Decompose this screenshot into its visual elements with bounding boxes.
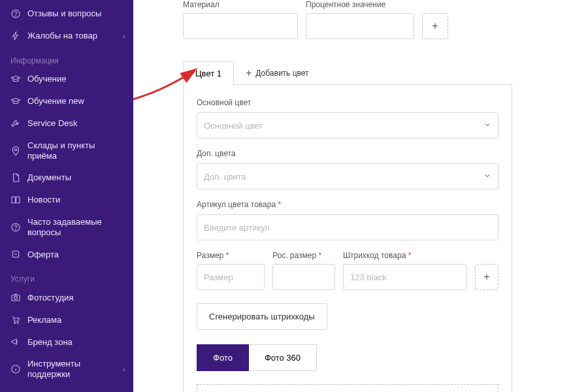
- svg-point-4: [16, 229, 16, 230]
- sidebar-item-label: Новости: [27, 195, 125, 205]
- sidebar-item-photostudio[interactable]: Фотостудия: [0, 286, 133, 308]
- sidebar-item-reviews[interactable]: Отзывы и вопросы: [0, 3, 133, 25]
- sidebar-item-label: Инструменты поддержки: [27, 359, 123, 379]
- tab-photo-360[interactable]: Фото 360: [249, 344, 317, 371]
- material-input[interactable]: [183, 13, 298, 39]
- extra-colors-select[interactable]: Доп. цвета: [197, 163, 498, 189]
- extra-colors-label: Доп. цвета: [197, 149, 498, 158]
- sidebar-item-documents[interactable]: Документы: [0, 167, 133, 189]
- question-circle-icon: [10, 222, 21, 233]
- add-material-button[interactable]: +: [422, 13, 448, 39]
- main-color-select[interactable]: Основной цвет: [197, 112, 498, 139]
- percent-input[interactable]: [306, 13, 414, 39]
- sidebar-item-label: Документы: [27, 172, 125, 183]
- sidebar-item-supplier-sales[interactable]: Продажа со склада поставщика: [0, 385, 133, 392]
- add-color-label: Добавить цвет: [255, 69, 308, 78]
- rus-size-label: Рос. размер *: [272, 251, 335, 260]
- pin-icon: [10, 146, 21, 156]
- svg-point-2: [14, 148, 16, 150]
- offer-icon: [10, 249, 21, 259]
- sidebar-item-label: Часто задаваемые вопросы: [27, 217, 125, 237]
- tab-photo[interactable]: Фото: [197, 344, 249, 371]
- sidebar-item-label: Бренд зона: [27, 337, 125, 348]
- svg-point-1: [16, 16, 16, 16]
- sidebar-item-support-tools[interactable]: Инструменты поддержки ›: [0, 353, 133, 385]
- document-icon: [10, 172, 21, 183]
- sidebar-item-label: Жалобы на товар: [27, 31, 123, 41]
- sidebar-item-training-new[interactable]: Обучение new: [0, 90, 133, 112]
- graduation-icon: [10, 74, 21, 84]
- question-circle-icon: [10, 8, 21, 19]
- add-size-button[interactable]: +: [475, 264, 498, 290]
- chevron-down-icon: [483, 121, 491, 131]
- main-color-placeholder: Основной цвет: [204, 121, 263, 131]
- rus-size-input[interactable]: [272, 264, 335, 290]
- sidebar: Отзывы и вопросы Жалобы на товар › Инфор…: [0, 0, 133, 392]
- svg-point-8: [14, 323, 16, 324]
- material-label: Материал: [183, 0, 298, 9]
- svg-point-9: [17, 323, 18, 324]
- sku-input[interactable]: [197, 214, 498, 240]
- generate-barcodes-button[interactable]: Сгенерировать штрихкоды: [197, 303, 327, 330]
- sidebar-item-service-desk[interactable]: Service Desk: [0, 112, 133, 135]
- chevron-down-icon: [483, 172, 491, 182]
- sidebar-item-warehouses[interactable]: Склады и пункты приёма: [0, 135, 133, 167]
- sidebar-item-faq[interactable]: Часто задаваемые вопросы: [0, 211, 133, 243]
- photo-dropzone[interactable]: + Нажмите или перетяните сюда файл: [197, 384, 498, 392]
- add-color-button[interactable]: + Добавить цвет: [246, 67, 309, 79]
- graduation-icon: [10, 96, 21, 106]
- camera-icon: [10, 292, 21, 302]
- barcode-label: Штрихкод товара *: [343, 251, 467, 260]
- chevron-right-icon: ›: [123, 32, 125, 40]
- sidebar-section-info: Информация: [0, 47, 133, 68]
- sidebar-section-services: Услуги: [0, 265, 133, 286]
- barcode-input[interactable]: [343, 264, 467, 290]
- main-color-label: Основной цвет: [197, 98, 498, 107]
- wrench-icon: [10, 118, 21, 129]
- megaphone-icon: [10, 336, 21, 347]
- book-icon: [10, 195, 21, 205]
- sidebar-item-label: Оферта: [27, 250, 125, 260]
- sidebar-item-brandzone[interactable]: Бренд зона: [0, 331, 133, 353]
- extra-colors-placeholder: Доп. цвета: [204, 172, 246, 182]
- sidebar-item-news[interactable]: Новости: [0, 189, 133, 211]
- cart-icon: [10, 314, 21, 325]
- sidebar-item-complaints[interactable]: Жалобы на товар ›: [0, 25, 133, 47]
- percent-label: Процентное значение: [306, 0, 414, 9]
- sidebar-item-label: Склады и пункты приёма: [27, 140, 125, 161]
- sidebar-item-label: Отзывы и вопросы: [27, 8, 125, 19]
- color-panel: Основной цвет Основной цвет Доп. цвета Д…: [183, 84, 512, 392]
- tab-color-1[interactable]: Цвет 1: [183, 61, 234, 85]
- sidebar-item-label: Фотостудия: [27, 293, 125, 303]
- plus-icon: +: [246, 67, 252, 79]
- chevron-right-icon: ›: [123, 365, 125, 373]
- sku-label: Артикул цвета товара *: [197, 200, 498, 209]
- sidebar-item-label: Service Desk: [27, 118, 125, 129]
- size-input[interactable]: [197, 264, 265, 290]
- sidebar-item-ads[interactable]: Реклама: [0, 308, 133, 331]
- sidebar-item-training[interactable]: Обучение: [0, 68, 133, 90]
- size-label: Размер *: [197, 251, 265, 260]
- sidebar-item-offer[interactable]: Оферта: [0, 243, 133, 265]
- sidebar-item-label: Обучение new: [27, 96, 125, 106]
- info-circle-icon: [10, 364, 21, 374]
- main-content: Материал Процентное значение + Цвет 1 + …: [133, 0, 588, 392]
- svg-point-7: [14, 297, 18, 300]
- sidebar-item-label: Обучение: [27, 74, 125, 84]
- bolt-icon: [10, 31, 21, 41]
- sidebar-item-label: Реклама: [27, 315, 125, 325]
